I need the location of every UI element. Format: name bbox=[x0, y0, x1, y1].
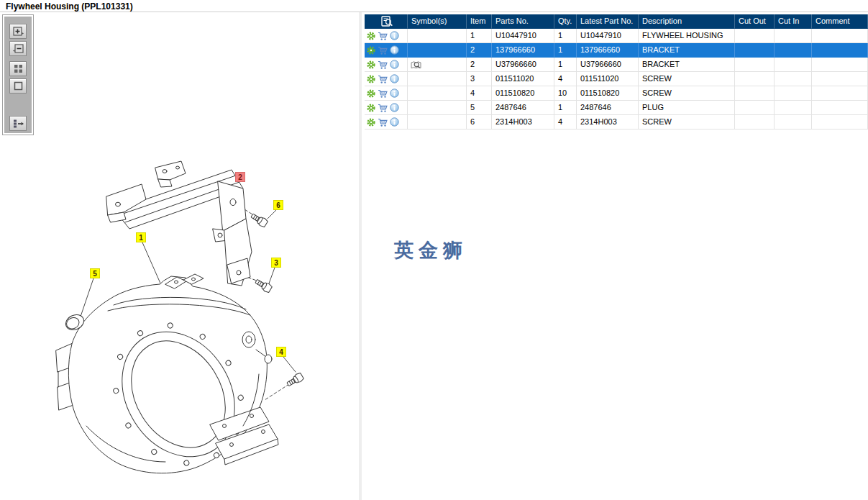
cell-cut-in[interactable] bbox=[775, 86, 812, 101]
cell-cut-out[interactable] bbox=[735, 86, 775, 101]
header-item[interactable]: Item bbox=[467, 14, 492, 29]
cell-comment[interactable] bbox=[812, 86, 868, 101]
cell-qty[interactable]: 10 bbox=[554, 86, 577, 101]
gear-icon[interactable] bbox=[367, 89, 375, 98]
cell-parts-no[interactable]: 137966660 bbox=[492, 43, 554, 58]
cell-latest-part-no[interactable]: 011510820 bbox=[577, 86, 639, 101]
header-qty[interactable]: Qty. bbox=[554, 14, 577, 29]
header-description[interactable]: Description bbox=[639, 14, 735, 29]
cell-item[interactable]: 6 bbox=[467, 115, 492, 129]
callout-4[interactable]: 4 bbox=[276, 347, 286, 357]
cell-cut-in[interactable] bbox=[775, 29, 812, 43]
cart-icon[interactable] bbox=[378, 60, 388, 69]
cell-item[interactable]: 2 bbox=[467, 43, 492, 58]
gear-icon[interactable] bbox=[367, 60, 375, 69]
cell-comment[interactable] bbox=[812, 72, 868, 86]
cell-symbols[interactable] bbox=[408, 58, 467, 72]
cart-icon[interactable] bbox=[378, 118, 388, 127]
info-icon[interactable] bbox=[390, 103, 399, 112]
cell-symbols[interactable] bbox=[408, 86, 467, 101]
cell-cut-in[interactable] bbox=[775, 58, 812, 72]
header-parts-no[interactable]: Parts No. bbox=[492, 14, 554, 29]
drawing-panel[interactable]: 1 2 3 4 5 6 bbox=[0, 12, 359, 500]
cell-comment[interactable] bbox=[812, 43, 868, 58]
gear-icon[interactable] bbox=[367, 118, 375, 127]
cart-icon[interactable] bbox=[378, 75, 388, 83]
cell-description[interactable]: PLUG bbox=[639, 101, 735, 115]
header-cut-in[interactable]: Cut In bbox=[775, 14, 812, 29]
cell-description[interactable]: SCREW bbox=[639, 86, 735, 101]
fit-view-button[interactable] bbox=[9, 78, 27, 94]
cell-parts-no[interactable]: 011510820 bbox=[492, 86, 554, 101]
cell-cut-in[interactable] bbox=[775, 43, 812, 58]
header-cut-out[interactable]: Cut Out bbox=[735, 14, 775, 29]
header-comment[interactable]: Comment bbox=[812, 14, 868, 29]
cell-cut-out[interactable] bbox=[735, 29, 775, 43]
info-icon[interactable] bbox=[390, 117, 399, 127]
gear-icon[interactable] bbox=[367, 75, 375, 83]
gear-icon[interactable] bbox=[367, 46, 375, 55]
cell-comment[interactable] bbox=[812, 101, 868, 115]
info-icon[interactable] bbox=[390, 60, 399, 69]
gear-icon[interactable] bbox=[367, 32, 375, 40]
cell-item[interactable]: 4 bbox=[467, 86, 492, 101]
cell-parts-no[interactable]: 2487646 bbox=[492, 101, 554, 115]
cell-description[interactable]: FLYWHEEL HOUSING bbox=[639, 29, 735, 43]
tile-view-button[interactable] bbox=[9, 61, 27, 76]
callout-6[interactable]: 6 bbox=[273, 200, 283, 210]
cell-parts-no[interactable]: U37966660 bbox=[492, 58, 554, 72]
cell-qty[interactable]: 4 bbox=[554, 115, 577, 129]
cell-latest-part-no[interactable]: 2487646 bbox=[577, 101, 639, 115]
info-icon[interactable] bbox=[390, 31, 399, 40]
cell-latest-part-no[interactable]: 137966660 bbox=[577, 43, 639, 58]
cart-icon[interactable] bbox=[378, 104, 388, 112]
cart-icon[interactable] bbox=[378, 46, 388, 55]
cell-comment[interactable] bbox=[812, 115, 868, 129]
cell-cut-in[interactable] bbox=[775, 115, 812, 129]
cell-item[interactable]: 2 bbox=[467, 58, 492, 72]
book-magnifier-icon[interactable] bbox=[411, 60, 421, 69]
cell-cut-out[interactable] bbox=[735, 58, 775, 72]
cart-icon[interactable] bbox=[378, 32, 388, 40]
header-latest-part-no[interactable]: Latest Part No. bbox=[577, 14, 639, 29]
cell-item[interactable]: 1 bbox=[467, 29, 492, 43]
cell-description[interactable]: SCREW bbox=[639, 115, 735, 129]
cell-parts-no[interactable]: 011511020 bbox=[492, 72, 554, 86]
cell-description[interactable]: BRACKET bbox=[639, 58, 735, 72]
cell-symbols[interactable] bbox=[408, 43, 467, 58]
callout-1[interactable]: 1 bbox=[136, 232, 146, 242]
cell-symbols[interactable] bbox=[408, 72, 467, 86]
cell-cut-out[interactable] bbox=[735, 72, 775, 86]
cart-icon[interactable] bbox=[378, 89, 388, 98]
header-symbols[interactable]: Symbol(s) bbox=[408, 14, 467, 29]
cell-cut-in[interactable] bbox=[775, 72, 812, 86]
cell-cut-in[interactable] bbox=[775, 101, 812, 115]
cell-symbols[interactable] bbox=[408, 101, 467, 115]
info-icon[interactable] bbox=[390, 74, 399, 83]
cell-qty[interactable]: 1 bbox=[554, 29, 577, 43]
cell-cut-out[interactable] bbox=[735, 43, 775, 58]
cell-parts-no[interactable]: U10447910 bbox=[492, 29, 554, 43]
cell-latest-part-no[interactable]: 011511020 bbox=[577, 72, 639, 86]
callout-2[interactable]: 2 bbox=[235, 172, 245, 182]
info-icon[interactable] bbox=[390, 88, 399, 98]
cell-cut-out[interactable] bbox=[735, 115, 775, 129]
cell-qty[interactable]: 1 bbox=[554, 101, 577, 115]
cell-symbols[interactable] bbox=[408, 29, 467, 43]
toggle-parts-list-button[interactable] bbox=[9, 116, 27, 131]
cell-latest-part-no[interactable]: U37966660 bbox=[577, 58, 639, 72]
callout-5[interactable]: 5 bbox=[90, 268, 100, 278]
info-icon[interactable] bbox=[390, 45, 399, 55]
cell-comment[interactable] bbox=[812, 29, 868, 43]
cell-item[interactable]: 5 bbox=[467, 101, 492, 115]
zoom-out-button[interactable] bbox=[9, 41, 27, 56]
cell-qty[interactable]: 1 bbox=[554, 43, 577, 58]
cell-description[interactable]: BRACKET bbox=[639, 43, 735, 58]
cell-latest-part-no[interactable]: 2314H003 bbox=[577, 115, 639, 129]
cell-item[interactable]: 3 bbox=[467, 72, 492, 86]
callout-3[interactable]: 3 bbox=[271, 258, 281, 268]
gear-icon[interactable] bbox=[367, 104, 375, 112]
cell-symbols[interactable] bbox=[408, 115, 467, 129]
zoom-in-button[interactable] bbox=[9, 24, 27, 39]
cell-latest-part-no[interactable]: U10447910 bbox=[577, 29, 639, 43]
